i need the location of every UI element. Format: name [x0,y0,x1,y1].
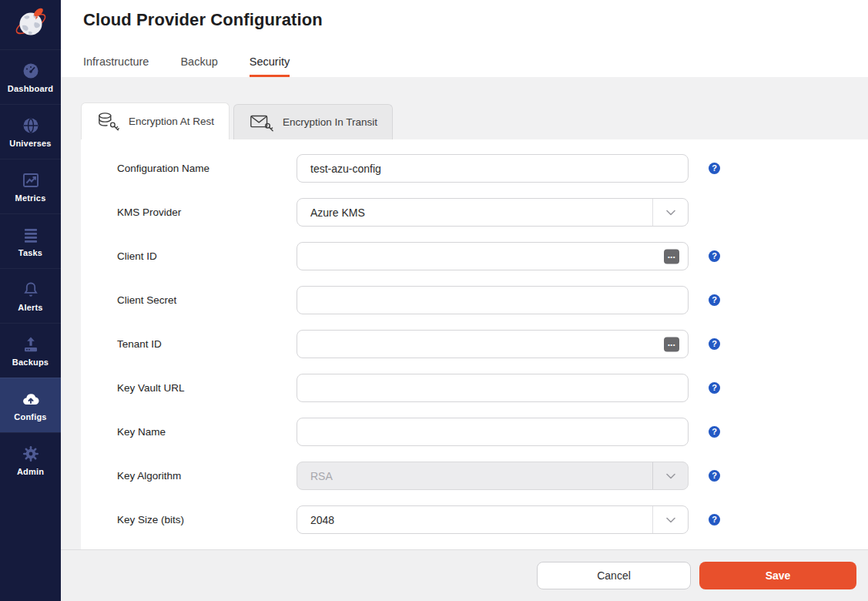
configuration-name-input [297,155,688,182]
sidebar-item-label: Tasks [18,248,42,257]
help-icon[interactable]: ? [709,163,720,174]
key-size-bits-select[interactable]: 2048 [297,505,689,534]
tenant-id-field: Tenant ID ••• ? [117,330,868,358]
sidebar-item-dashboard[interactable]: Dashboard [0,49,61,104]
field-label: Tenant ID [117,338,297,350]
encryption-subtabs: Encryption At Rest Encryption In Transit [81,102,868,139]
tab-encryption-at-rest[interactable]: Encryption At Rest [81,102,230,139]
kms-provider-select[interactable]: Azure KMS [297,198,689,227]
globe-icon [22,116,40,135]
kms-config-form: Configuration Name ? KMS Provider Azure … [117,154,868,534]
page-header: Cloud Provider Configuration Infrastruct… [61,0,868,77]
help-icon[interactable]: ? [709,294,720,306]
sidebar-item-label: Metrics [15,193,46,203]
sidebar-item-label: Backups [12,358,49,367]
form-footer: Cancel Save [61,549,868,601]
subtab-label: Encryption In Transit [283,116,377,128]
tenant-id-input-box[interactable]: ••• [297,330,689,358]
sidebar-item-alerts[interactable]: Alerts [0,268,61,323]
key-vault-url-input-box[interactable] [297,374,689,402]
save-button[interactable]: Save [699,562,856,589]
encryption-at-rest-panel: Configuration Name ? KMS Provider Azure … [81,139,868,549]
field-label: Key Name [117,426,297,438]
tab-encryption-in-transit[interactable]: Encryption In Transit [233,104,393,139]
key-vault-url-field: Key Vault URL ? [117,374,868,402]
line-chart-icon [22,171,40,190]
help-icon[interactable]: ? [709,514,720,525]
client-secret-field: Client Secret ? [117,286,868,314]
field-label: Key Algorithm [117,470,297,482]
client-id-field: Client ID ••• ? [117,242,868,270]
sidebar: Dashboard Universes Me [0,0,61,601]
sidebar-item-label: Alerts [18,303,42,312]
sidebar-item-backups[interactable]: Backups [0,323,61,378]
help-icon[interactable]: ? [709,338,720,350]
help-icon[interactable]: ? [709,250,720,262]
header-tabs: Infrastructure Backup Security [83,55,290,77]
main-area: Cloud Provider Configuration Infrastruct… [61,0,868,601]
bell-icon [22,280,40,299]
client-id-input-box[interactable]: ••• [297,242,689,270]
key-name-input [297,418,688,445]
configuration-name-field: Configuration Name ? [117,154,868,183]
page-title: Cloud Provider Configuration [83,0,868,30]
configuration-name-input-box[interactable] [297,154,689,183]
sidebar-item-label: Dashboard [8,84,53,93]
select-value: 2048 [297,514,652,526]
client-secret-input [297,287,688,314]
field-label: Key Size (bits) [117,514,297,525]
field-label: Key Vault URL [117,382,297,394]
database-key-icon [96,111,120,132]
autofill-icon[interactable]: ••• [664,249,679,264]
sidebar-nav: Dashboard Universes Me [0,49,61,487]
app-root: Dashboard Universes Me [0,0,868,601]
chevron-down-icon [653,210,688,216]
kms-provider-field: KMS Provider Azure KMS [117,198,868,227]
planet-rocket-icon [13,4,49,45]
sidebar-item-universes[interactable]: Universes [0,104,61,159]
field-label: Client ID [117,250,297,262]
chevron-down-icon [653,517,688,523]
key-vault-url-input [297,374,688,401]
sidebar-item-metrics[interactable]: Metrics [0,159,61,213]
gauge-icon [22,62,40,80]
sidebar-item-configs[interactable]: Configs [0,378,61,432]
key-algorithm-select: RSA [297,462,689,490]
sidebar-item-label: Universes [9,139,51,148]
key-algorithm-field: Key Algorithm RSA ? [117,462,868,490]
sidebar-item-admin[interactable]: Admin [0,432,61,487]
subtab-label: Encryption At Rest [129,116,214,127]
field-label: Configuration Name [117,163,297,174]
help-icon[interactable]: ? [709,426,720,438]
tab-security[interactable]: Security [250,55,290,77]
gear-icon [22,445,40,463]
client-secret-input-box[interactable] [297,286,689,314]
upload-drive-icon [22,335,40,354]
tenant-id-input [297,331,688,358]
envelope-key-icon [249,112,274,133]
select-value: RSA [297,470,652,482]
help-icon[interactable]: ? [709,382,720,394]
autofill-icon[interactable]: ••• [664,337,679,351]
yugabyte-logo[interactable] [0,0,61,49]
key-size-bits-field: Key Size (bits) 2048 ? [117,505,868,534]
field-label: KMS Provider [117,206,297,218]
sidebar-item-tasks[interactable]: Tasks [0,213,61,268]
sidebar-item-label: Admin [17,467,44,476]
chevron-down-icon [653,473,688,479]
cloud-upload-icon [22,390,40,408]
select-value: Azure KMS [297,206,652,219]
list-icon [22,226,40,244]
key-name-input-box[interactable] [297,418,689,446]
cancel-button[interactable]: Cancel [537,562,691,589]
key-name-field: Key Name ? [117,418,868,446]
sidebar-item-label: Configs [14,412,46,421]
tab-backup[interactable]: Backup [180,55,217,77]
client-id-input [297,243,688,270]
field-label: Client Secret [117,294,297,306]
help-icon[interactable]: ? [709,470,720,482]
tab-infrastructure[interactable]: Infrastructure [83,55,149,77]
content-area: Encryption At Rest Encryption In Transit [61,77,868,601]
